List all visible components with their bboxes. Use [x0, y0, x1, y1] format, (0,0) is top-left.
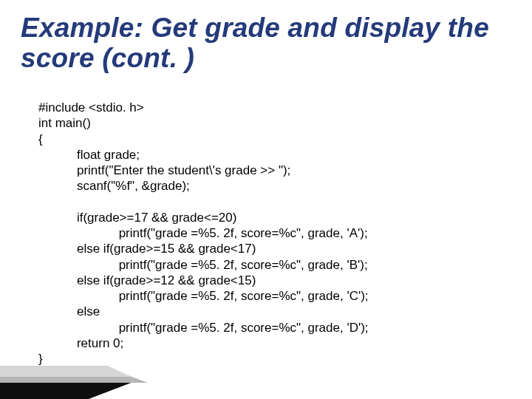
svg-marker-1 [0, 374, 148, 383]
slide: Example: Get grade and display the score… [0, 0, 532, 399]
svg-marker-2 [0, 366, 132, 377]
slide-title: Example: Get grade and display the score… [21, 13, 517, 73]
code-block: #include <stdio. h> int main() { float g… [38, 100, 502, 366]
svg-marker-0 [0, 380, 139, 399]
